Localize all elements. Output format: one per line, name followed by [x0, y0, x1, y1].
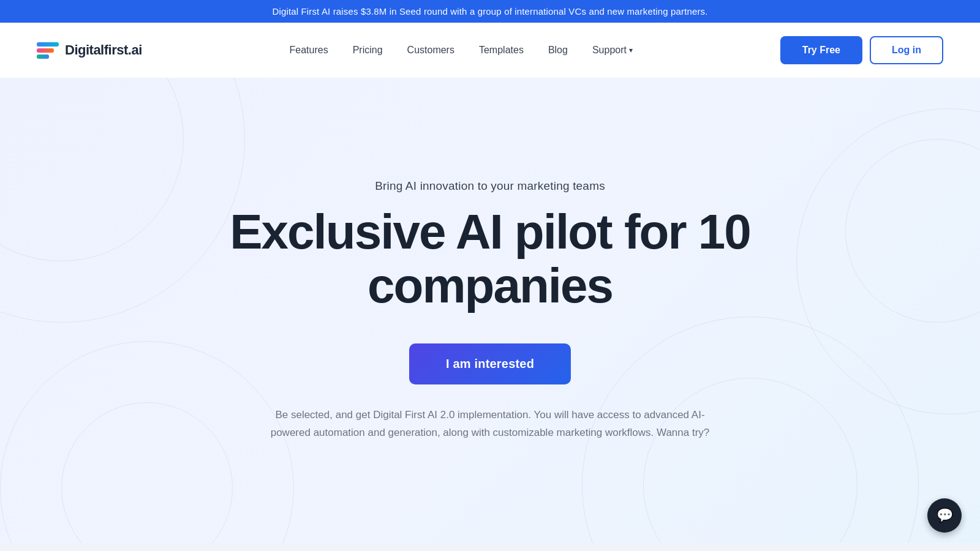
bg-circle-7 — [61, 402, 233, 543]
bg-circle-8 — [0, 341, 294, 543]
nav-link-features[interactable]: Features — [290, 45, 328, 56]
navbar: Digitalfirst.ai Features Pricing Custome… — [0, 23, 980, 78]
nav-link-blog[interactable]: Blog — [548, 45, 568, 56]
nav-links: Features Pricing Customers Templates Blo… — [290, 45, 633, 56]
announcement-text: Digital First AI raises $3.8M in Seed ro… — [272, 6, 707, 17]
logo-bar-2 — [37, 48, 54, 53]
hero-description: Be selected, and get Digital First AI 2.… — [270, 407, 710, 442]
hero-title: Exclusive AI pilot for 10 companies — [153, 205, 827, 313]
logo[interactable]: Digitalfirst.ai — [37, 39, 142, 61]
nav-link-support[interactable]: Support ▾ — [592, 45, 633, 56]
bg-circle-3 — [643, 378, 858, 543]
nav-link-templates[interactable]: Templates — [479, 45, 524, 56]
announcement-banner: Digital First AI raises $3.8M in Seed ro… — [0, 0, 980, 23]
chat-icon: 💬 — [937, 508, 953, 523]
logo-bar-1 — [37, 42, 59, 47]
logo-icon — [37, 39, 59, 61]
chat-widget-button[interactable]: 💬 — [927, 498, 962, 533]
try-free-button[interactable]: Try Free — [780, 36, 862, 64]
hero-section: Bring AI innovation to your marketing te… — [0, 78, 980, 543]
interested-button[interactable]: I am interested — [409, 343, 571, 384]
logo-bar-3 — [37, 54, 49, 59]
login-button[interactable]: Log in — [870, 36, 943, 64]
bg-circle-5 — [845, 139, 980, 323]
nav-link-pricing[interactable]: Pricing — [353, 45, 383, 56]
logo-text: Digitalfirst.ai — [65, 42, 142, 58]
nav-buttons: Try Free Log in — [780, 36, 943, 64]
chevron-down-icon: ▾ — [629, 46, 633, 54]
nav-link-customers[interactable]: Customers — [407, 45, 454, 56]
hero-subtitle: Bring AI innovation to your marketing te… — [375, 179, 605, 193]
